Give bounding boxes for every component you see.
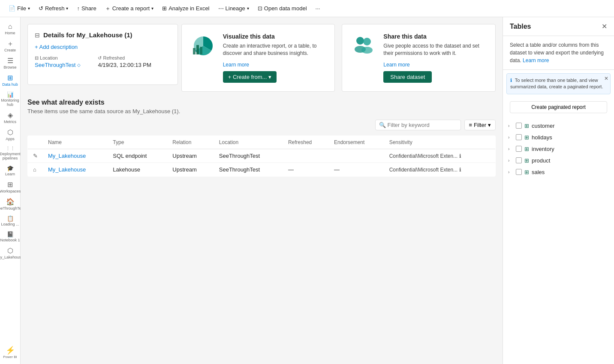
share-learn-more[interactable]: Learn more <box>383 62 409 68</box>
deployment-icon: ⋮⋮ <box>6 146 15 151</box>
panel-table-item[interactable]: › ⊞ inventory <box>503 143 614 155</box>
sensitivity-info-icon[interactable]: ℹ <box>459 153 461 159</box>
lineage-icon: ⋯ <box>218 5 224 12</box>
people-illustration <box>351 33 376 59</box>
row-name[interactable]: My_Lakehouse <box>43 162 108 176</box>
refresh-button[interactable]: ↺ Refresh ▾ <box>35 3 72 13</box>
toolbar: 📄 File ▾ ↺ Refresh ▾ ↑ Share ＋ Create a … <box>0 0 614 17</box>
create-report-chevron-icon: ▾ <box>151 6 154 11</box>
create-paginated-report-button[interactable]: Create paginated report <box>510 101 607 113</box>
learn-icon: 🎓 <box>7 165 14 171</box>
table-row: ⌂ My_Lakehouse Lakehouse Upstream SeeThr… <box>28 162 496 176</box>
row-endorsement <box>329 149 384 162</box>
sidebar-item-home-label: Home <box>5 31 15 35</box>
svg-rect-1 <box>193 48 196 54</box>
add-description-button[interactable]: + Add description <box>35 44 171 50</box>
panel-close-button[interactable]: ✕ <box>602 22 607 30</box>
sidebar-item-loading-label: Loading ... <box>1 222 19 226</box>
visualize-desc: Create an interactive report, or a table… <box>223 42 326 57</box>
expand-icon: › <box>508 135 513 140</box>
datahub-icon: ⊞ <box>7 75 13 81</box>
table-name-label: inventory <box>532 146 554 152</box>
sidebar-item-learn[interactable]: 🎓 Learn <box>0 163 20 179</box>
create-from-button[interactable]: + Create from... ▾ <box>223 71 277 83</box>
dataset-icon: ⊟ <box>35 32 40 39</box>
sidebar-item-apps[interactable]: ⬡ Apps <box>0 126 20 144</box>
table-name-label: holidays <box>532 134 552 141</box>
notice-close-button[interactable]: ✕ <box>604 75 608 81</box>
refreshed-value: 4/19/23, 12:00:13 PM <box>98 62 151 68</box>
sidebar-item-datahub-label: Data hub <box>2 82 18 87</box>
sidebar-item-metrics[interactable]: ◈ Metrics <box>0 109 20 126</box>
filter-button[interactable]: ≡ Filter ▾ <box>464 120 496 130</box>
sidebar-item-metrics-label: Metrics <box>4 120 16 124</box>
create-chevron-icon: ▾ <box>268 74 271 80</box>
more-button[interactable]: ··· <box>312 3 324 13</box>
panel-table-item[interactable]: › ⊞ customer <box>503 120 614 132</box>
sidebar-item-datahub[interactable]: ⊞ Data hub <box>0 72 20 89</box>
row-sensitivity: Confidential\Microsoft Exten... ℹ <box>384 162 496 176</box>
panel-learn-more[interactable]: Learn more <box>523 57 549 63</box>
sidebar-item-mylakehouse[interactable]: ⬡ My_Lakehouse <box>0 245 20 262</box>
sidebar-item-deployment[interactable]: ⋮⋮ Deployment pipelines <box>0 144 20 163</box>
row-relation: Upstream <box>167 149 214 162</box>
expand-icon: › <box>508 147 513 151</box>
expand-icon: › <box>508 158 513 163</box>
sidebar-item-workspaces-label: Workspaces <box>0 189 21 193</box>
visualize-card: Visualize this data Create an interactiv… <box>181 24 335 92</box>
share-button[interactable]: ↑ Share <box>73 3 99 13</box>
table-grid-icon: ⊞ <box>524 146 529 152</box>
create-report-button[interactable]: ＋ Create a report ▾ <box>102 3 157 14</box>
create-icon: ＋ <box>7 40 14 47</box>
col-name: Name <box>43 135 108 149</box>
chart-illustration <box>190 33 216 59</box>
search-input[interactable] <box>388 122 457 128</box>
panel-title: Tables <box>510 23 531 30</box>
table-checkbox[interactable] <box>516 134 522 140</box>
sidebar-item-browse[interactable]: ☰ Browse <box>0 55 20 72</box>
sidebar-item-seethrough[interactable]: 🏠 SeeThroughTest <box>0 196 20 213</box>
open-data-model-button[interactable]: ⊡ Open data model <box>254 3 310 13</box>
sidebar-item-monitoring-label: Monitoring hub <box>0 98 20 107</box>
sidebar-item-create[interactable]: ＋ Create <box>0 38 20 55</box>
svg-rect-3 <box>200 47 202 54</box>
analyze-icon: ⊞ <box>162 5 167 12</box>
sidebar-item-loading[interactable]: 📋 Loading ... <box>0 213 20 229</box>
lineage-button[interactable]: ⋯ Lineage ▾ <box>215 3 253 13</box>
table-checkbox[interactable] <box>516 146 522 152</box>
row-name[interactable]: My_Lakehouse <box>43 149 108 162</box>
sidebar: ⌂ Home ＋ Create ☰ Browse ⊞ Data hub 📊 Mo… <box>0 17 21 364</box>
table-checkbox[interactable] <box>516 123 522 129</box>
file-button[interactable]: 📄 File ▾ <box>5 3 33 13</box>
analyze-excel-button[interactable]: ⊞ Analyze in Excel <box>159 3 213 13</box>
sidebar-item-browse-label: Browse <box>3 65 16 69</box>
sidebar-item-home[interactable]: ⌂ Home <box>0 21 20 38</box>
col-endorsement: Endorsement <box>329 135 384 149</box>
details-meta: ⊟ Location SeeThroughTest ◇ ↺ Refreshed <box>35 55 171 68</box>
sidebar-item-monitoring[interactable]: 📊 Monitoring hub <box>0 89 20 109</box>
sidebar-item-notebook[interactable]: 📓 Notebook 1 <box>0 229 20 245</box>
refreshed-meta: ↺ Refreshed 4/19/23, 12:00:13 PM <box>98 55 151 68</box>
sidebar-item-workspaces[interactable]: ⊞ Workspaces <box>0 179 20 196</box>
panel-table-item[interactable]: › ⊞ product <box>503 155 614 166</box>
col-type: Type <box>108 135 167 149</box>
visualize-title: Visualize this data <box>223 33 326 40</box>
table-checkbox[interactable] <box>516 157 522 163</box>
filter-icon: ≡ <box>469 122 473 128</box>
panel-table-item[interactable]: › ⊞ sales <box>503 166 614 178</box>
sensitivity-info-icon[interactable]: ℹ <box>459 167 461 173</box>
svg-point-7 <box>361 47 373 54</box>
apps-icon: ⬡ <box>7 129 13 136</box>
home-icon: ⌂ <box>8 23 12 30</box>
mylakehouse-icon: ⬡ <box>7 247 13 254</box>
col-sensitivity: Sensitivity <box>384 135 496 149</box>
visualize-learn-more[interactable]: Learn more <box>223 62 249 68</box>
panel-table-item[interactable]: › ⊞ holidays <box>503 132 614 143</box>
panel-description: Select a table and/or columns from this … <box>503 36 614 70</box>
share-dataset-button[interactable]: Share dataset <box>383 71 432 83</box>
info-circle-icon: ℹ <box>510 78 512 83</box>
expand-icon: › <box>508 123 513 128</box>
row-type: Lakehouse <box>108 162 167 176</box>
location-value[interactable]: SeeThroughTest ◇ <box>35 62 81 68</box>
table-checkbox[interactable] <box>516 169 522 175</box>
